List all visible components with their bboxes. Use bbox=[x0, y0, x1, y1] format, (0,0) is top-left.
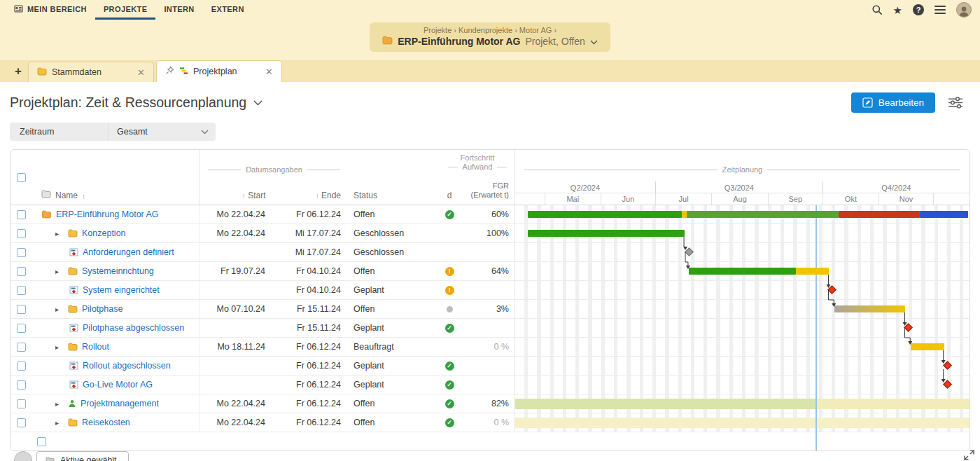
table-row[interactable]: System eingerichtetFr 04.10.24Geplant! bbox=[10, 281, 969, 300]
table-row[interactable]: ▸SystemeinrichtungFr 19.07.24Fr 04.10.24… bbox=[10, 262, 969, 281]
table-row[interactable]: Rollout abgeschlossenFr 06.12.24Geplant✓ bbox=[10, 357, 969, 376]
expand-caret-icon[interactable]: ▸ bbox=[55, 230, 64, 238]
nav-item-extern[interactable]: EXTERN bbox=[203, 0, 253, 20]
selection-action-dropdown[interactable]: Aktive gewählt bbox=[36, 451, 129, 461]
gantt-milestone-diamond[interactable] bbox=[943, 361, 952, 370]
row-checkbox[interactable] bbox=[17, 380, 26, 390]
pin-icon[interactable] bbox=[165, 66, 174, 77]
gantt-row-canvas[interactable] bbox=[514, 319, 969, 337]
table-row[interactable]: ▸ReisekostenMo 22.04.24Fr 06.12.24Offen✓… bbox=[10, 413, 969, 432]
gantt-row-canvas[interactable] bbox=[514, 413, 969, 432]
gantt-bar[interactable] bbox=[920, 211, 968, 218]
sort-asc-icon[interactable]: ↑ bbox=[82, 193, 85, 200]
nav-item-projekte[interactable]: PROJEKTE bbox=[95, 0, 156, 20]
column-header-d[interactable]: d bbox=[440, 191, 458, 200]
gantt-bar[interactable] bbox=[515, 418, 969, 428]
gantt-row-canvas[interactable] bbox=[514, 338, 969, 356]
table-row[interactable]: ERP-Einführung Motor AGMo 22.04.24Fr 06.… bbox=[10, 205, 969, 224]
view-settings-icon[interactable] bbox=[948, 97, 963, 109]
table-row[interactable]: ▸KonzeptionMo 22.04.24Mi 17.07.24Geschlo… bbox=[10, 224, 969, 243]
gantt-bar[interactable] bbox=[682, 211, 687, 218]
table-row[interactable]: Anforderungen definiertMi 17.07.24Geschl… bbox=[10, 243, 969, 262]
table-row[interactable]: ▸RolloutMo 18.11.24Fr 06.12.24Beauftragt… bbox=[10, 338, 969, 357]
gantt-bar[interactable] bbox=[796, 268, 829, 275]
gantt-milestone-diamond[interactable] bbox=[828, 285, 837, 294]
row-checkbox[interactable] bbox=[37, 437, 46, 446]
row-name-link[interactable]: Konzeption bbox=[82, 228, 126, 238]
gantt-bar[interactable] bbox=[528, 230, 685, 237]
breadcrumb[interactable]: Projekte › Kundenprojekte › Motor AG › E… bbox=[370, 22, 610, 52]
gantt-bar[interactable] bbox=[834, 305, 905, 312]
row-name-link[interactable]: Systemeinrichtung bbox=[82, 266, 154, 276]
gantt-bar[interactable] bbox=[687, 211, 839, 218]
table-row[interactable]: Go-Live Motor AGFr 06.12.24Geplant✓ bbox=[10, 376, 969, 394]
gantt-milestone-diamond[interactable] bbox=[904, 323, 913, 332]
search-icon[interactable] bbox=[872, 4, 883, 15]
row-checkbox[interactable] bbox=[17, 248, 26, 257]
expand-caret-icon[interactable]: ▸ bbox=[55, 400, 64, 408]
row-name-link[interactable]: Rollout abgeschlossen bbox=[83, 361, 171, 371]
row-checkbox[interactable] bbox=[17, 343, 26, 352]
close-icon[interactable]: ✕ bbox=[137, 68, 145, 77]
row-name-link[interactable]: Anforderungen definiert bbox=[83, 247, 174, 257]
row-name-link[interactable]: Rollout bbox=[82, 342, 109, 352]
table-row[interactable]: ▸PilotphaseMo 07.10.24Fr 15.11.24Offen3% bbox=[10, 300, 969, 319]
nav-item-intern[interactable]: INTERN bbox=[155, 0, 202, 20]
expand-caret-icon[interactable]: ▸ bbox=[55, 305, 64, 313]
column-header-status[interactable]: Status bbox=[348, 150, 440, 205]
row-name-link[interactable]: Go-Live Motor AG bbox=[83, 380, 153, 390]
row-checkbox[interactable] bbox=[17, 324, 26, 333]
gantt-row-canvas[interactable] bbox=[514, 243, 969, 261]
tab-stammdaten[interactable]: Stammdaten ✕ bbox=[28, 62, 154, 82]
gantt-row-canvas[interactable] bbox=[514, 376, 969, 394]
menu-icon[interactable] bbox=[934, 6, 946, 14]
gantt-milestone-diamond[interactable] bbox=[943, 380, 952, 389]
row-name-link[interactable]: Projektmanagement bbox=[80, 399, 159, 408]
timerange-select[interactable]: Gesamt bbox=[108, 123, 216, 141]
row-checkbox[interactable] bbox=[17, 210, 26, 219]
expand-caret-icon[interactable]: ▸ bbox=[55, 419, 64, 427]
selection-count-icon[interactable] bbox=[14, 451, 32, 461]
row-name-link[interactable]: System eingerichtet bbox=[83, 285, 160, 295]
expand-caret-icon[interactable]: ▸ bbox=[55, 343, 64, 351]
user-avatar[interactable] bbox=[956, 2, 972, 18]
gantt-bar[interactable] bbox=[911, 343, 944, 350]
chevron-down-icon[interactable] bbox=[590, 36, 598, 47]
row-checkbox[interactable] bbox=[17, 286, 26, 295]
help-icon[interactable]: ? bbox=[913, 4, 924, 15]
gantt-bar[interactable] bbox=[839, 211, 920, 218]
row-checkbox[interactable] bbox=[17, 418, 26, 427]
row-name-link[interactable]: Pilotphase abgeschlossen bbox=[83, 323, 184, 333]
add-tab-button[interactable]: + bbox=[8, 62, 28, 81]
row-name-link[interactable]: Pilotphase bbox=[82, 304, 122, 314]
expand-corner-icon[interactable] bbox=[964, 450, 974, 461]
row-checkbox[interactable] bbox=[17, 362, 26, 371]
column-header-start[interactable]: ↑ Start bbox=[200, 191, 273, 200]
row-name-link[interactable]: Reisekosten bbox=[82, 418, 130, 427]
gantt-row-canvas[interactable] bbox=[514, 394, 969, 413]
row-checkbox[interactable] bbox=[17, 267, 26, 276]
close-icon[interactable]: ✕ bbox=[265, 67, 273, 76]
column-header-fgr[interactable]: FGR (Erwartet t) bbox=[458, 181, 514, 201]
expand-caret-icon[interactable]: ▸ bbox=[55, 268, 64, 275]
row-checkbox[interactable] bbox=[17, 305, 26, 314]
gantt-bar[interactable] bbox=[689, 268, 796, 275]
nav-item-mein-bereich[interactable]: MEIN BEREICH bbox=[6, 0, 95, 20]
gantt-bar[interactable] bbox=[816, 399, 969, 409]
row-name-link[interactable]: ERP-Einführung Motor AG bbox=[56, 209, 159, 219]
gantt-row-canvas[interactable] bbox=[514, 224, 969, 242]
favorites-star-icon[interactable]: ★ bbox=[893, 5, 902, 15]
page-title[interactable]: Projektplan: Zeit & Ressourcenplanung bbox=[10, 95, 851, 111]
edit-button[interactable]: Bearbeiten bbox=[851, 92, 935, 113]
tab-projektplan[interactable]: Projektplan ✕ bbox=[156, 60, 282, 82]
gantt-row-canvas[interactable] bbox=[514, 300, 969, 318]
table-row[interactable]: Pilotphase abgeschlossenFr 15.11.24Gepla… bbox=[10, 319, 969, 338]
row-checkbox[interactable] bbox=[17, 399, 26, 408]
gantt-row-canvas[interactable] bbox=[514, 205, 969, 223]
gantt-bar[interactable] bbox=[515, 399, 816, 409]
gantt-bar[interactable] bbox=[528, 211, 681, 218]
gantt-row-canvas[interactable] bbox=[514, 357, 969, 375]
gantt-row-canvas[interactable] bbox=[514, 281, 969, 299]
table-row[interactable]: ▸ProjektmanagementMo 22.04.24Fr 06.12.24… bbox=[10, 394, 969, 413]
gantt-milestone-diamond[interactable] bbox=[685, 247, 694, 256]
